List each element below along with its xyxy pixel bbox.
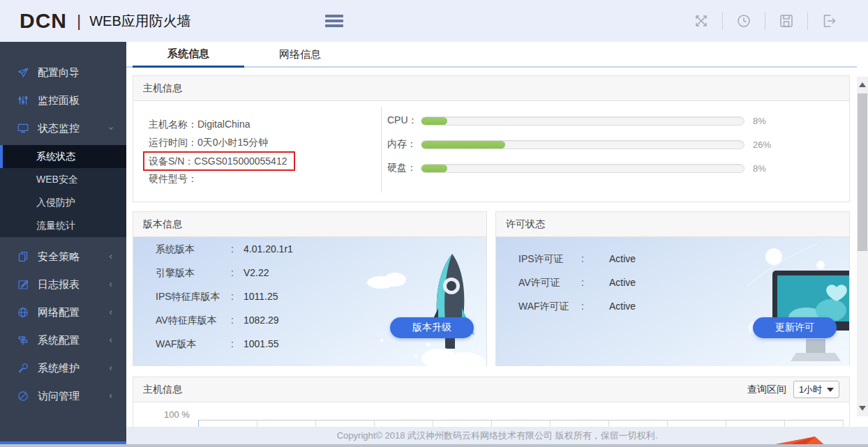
- license-row: AV许可证:Active: [496, 271, 849, 294]
- memory-meter: 内存： 26%: [387, 137, 781, 151]
- memory-percent: 26%: [744, 139, 781, 150]
- host-name-row: 主机名称：DigitalChina: [149, 115, 381, 133]
- vertical-scrollbar[interactable]: [857, 77, 868, 416]
- monitor-icon: [17, 122, 29, 135]
- header-icon-group: [680, 0, 850, 42]
- sidebar-item-status-monitor[interactable]: 状态监控: [0, 114, 126, 142]
- chevron-left-icon: [107, 392, 115, 400]
- interval-select[interactable]: 1小时: [793, 381, 839, 398]
- pages-icon: [17, 250, 29, 263]
- version-row: IPS特征库版本:1011.25: [133, 285, 486, 308]
- edit-icon: [17, 278, 29, 291]
- license-update-button[interactable]: 更新许可: [753, 317, 837, 338]
- clock-icon[interactable]: [735, 13, 752, 29]
- tab-system-info[interactable]: 系统信息: [133, 42, 244, 68]
- sidebar-item-label: 状态监控: [38, 122, 80, 135]
- version-row: 引擎版本:V2.22: [133, 261, 486, 285]
- license-status-panel: 许可状态 IPS许可证:Active AV许可证:Active: [495, 211, 850, 366]
- serial-number-row: 设备S/N：CSGS015000055412: [149, 151, 381, 169]
- sidebar-subitem-traffic-stats[interactable]: 流量统计: [0, 214, 126, 237]
- header-divider: [765, 12, 765, 30]
- cpu-progress-fill: [421, 117, 447, 125]
- disk-progress-track: [421, 164, 744, 173]
- license-row: IPS许可证:Active: [496, 247, 849, 271]
- chevron-left-icon: [107, 364, 115, 372]
- paper-plane-icon: [17, 66, 29, 79]
- sidebar-item-label: 安全策略: [38, 250, 80, 264]
- copyright-text: Copyright© 2018 武汉神州数码云科网络技术有限公司 版权所有，保留…: [337, 430, 658, 442]
- sidebar-item-access-management[interactable]: 访问管理: [0, 382, 126, 410]
- panel-title: 主机信息: [133, 76, 849, 101]
- logo-separator: |: [77, 11, 81, 31]
- disk-meter: 硬盘： 8%: [387, 161, 781, 175]
- logout-icon[interactable]: [821, 13, 837, 29]
- hardware-model-row: 硬件型号：: [149, 169, 381, 188]
- panel-title: 许可状态: [496, 212, 849, 237]
- sidebar-item-label: 访问管理: [38, 390, 80, 403]
- version-row: 系统版本:4.01.20.1r1: [133, 237, 486, 261]
- sidebar-item-label: 日志报表: [38, 278, 80, 291]
- disk-percent: 8%: [744, 163, 781, 174]
- chevron-down-icon: [107, 124, 115, 132]
- chevron-down-icon: [827, 388, 834, 392]
- cpu-percent: 8%: [744, 116, 781, 126]
- save-icon[interactable]: [778, 13, 795, 29]
- sidebar-item-security-policy[interactable]: 安全策略: [0, 243, 126, 271]
- bottom-strip: [0, 444, 868, 447]
- panel-title: 主机信息: [143, 384, 182, 396]
- arrows-cross-icon[interactable]: [693, 13, 710, 29]
- query-interval-label: 查询区间: [747, 384, 786, 396]
- version-upgrade-button[interactable]: 版本升级: [390, 317, 474, 338]
- host-fields: 主机名称：DigitalChina 运行时间：0天0小时15分钟 设备S/N：C…: [133, 101, 381, 202]
- sidebar-item-label: 系统维护: [38, 362, 80, 375]
- globe-icon: [17, 306, 29, 319]
- disk-progress-fill: [421, 165, 447, 172]
- header-divider: [722, 12, 723, 30]
- resource-meters: CPU： 8% 内存： 26% 硬盘： 8%: [382, 101, 849, 202]
- sidebar-item-monitor-panel[interactable]: 监控面板: [0, 86, 126, 114]
- sn-highlight-box: 设备S/N：CSGS015000055412: [143, 151, 295, 171]
- status-monitor-submenu: 系统状态 WEB安全 入侵防护 流量统计: [0, 145, 126, 237]
- uptime-row: 运行时间：0天0小时15分钟: [149, 133, 381, 151]
- dcn-logo: DCN: [20, 9, 67, 33]
- sidebar-item-log-report[interactable]: 日志报表: [0, 271, 126, 298]
- sidebar-item-system-maintenance[interactable]: 系统维护: [0, 354, 126, 382]
- interval-value: 1小时: [799, 384, 822, 396]
- sidebar-item-system-config[interactable]: 系统配置: [0, 326, 126, 354]
- sidebar-subitem-intrusion-prevention[interactable]: 入侵防护: [0, 191, 126, 214]
- sidebar-item-label: 系统配置: [38, 334, 80, 347]
- sidebar-item-network-config[interactable]: 网络配置: [0, 298, 126, 326]
- wrench-icon: [17, 362, 29, 374]
- sidebar-item-config-wizard[interactable]: 配置向导: [0, 59, 126, 86]
- sidebar-item-label: 网络配置: [38, 306, 80, 319]
- chevron-left-icon: [107, 336, 115, 344]
- cpu-progress-track: [421, 116, 744, 126]
- no-entry-icon: [17, 390, 29, 402]
- chevron-left-icon: [107, 280, 115, 289]
- scroll-down-icon[interactable]: [859, 406, 866, 411]
- version-info-panel: 版本信息 系统版本:4.01.20.1r1: [133, 211, 487, 366]
- header-divider: [807, 12, 808, 30]
- memory-progress-fill: [421, 141, 505, 149]
- chevron-left-icon: [107, 308, 115, 317]
- sidebar-item-label: 监控面板: [38, 94, 80, 107]
- footer: Copyright© 2018 武汉神州数码云科网络技术有限公司 版权所有，保留…: [126, 427, 868, 444]
- host-info-panel: 主机信息 主机名称：DigitalChina 运行时间：0天0小时15分钟 设备…: [133, 75, 850, 202]
- panel-title: 版本信息: [133, 212, 486, 237]
- sidebar-item-label: 配置向导: [38, 66, 80, 79]
- app-header: DCN | WEB应用防火墙: [0, 0, 868, 42]
- tab-network-info[interactable]: 网络信息: [244, 42, 356, 68]
- memory-progress-track: [421, 140, 744, 149]
- sliders-icon: [17, 94, 29, 107]
- scroll-up-icon[interactable]: [859, 82, 866, 87]
- sidebar-subitem-web-security[interactable]: WEB安全: [0, 168, 126, 191]
- chevron-left-icon: [107, 252, 115, 261]
- sidebar-subitem-system-status[interactable]: 系统状态: [0, 145, 126, 168]
- scrollbar-thumb[interactable]: [858, 93, 867, 251]
- tab-bar: 系统信息 网络信息: [126, 42, 857, 68]
- cpu-meter: CPU： 8%: [387, 114, 781, 128]
- license-row: WAF许可证:Active: [496, 294, 849, 318]
- signpost-icon: [17, 334, 29, 347]
- main-content: 系统信息 网络信息 主机信息 主机名称：DigitalChina 运行时间：0天…: [126, 42, 857, 447]
- menu-toggle-icon[interactable]: [325, 15, 343, 28]
